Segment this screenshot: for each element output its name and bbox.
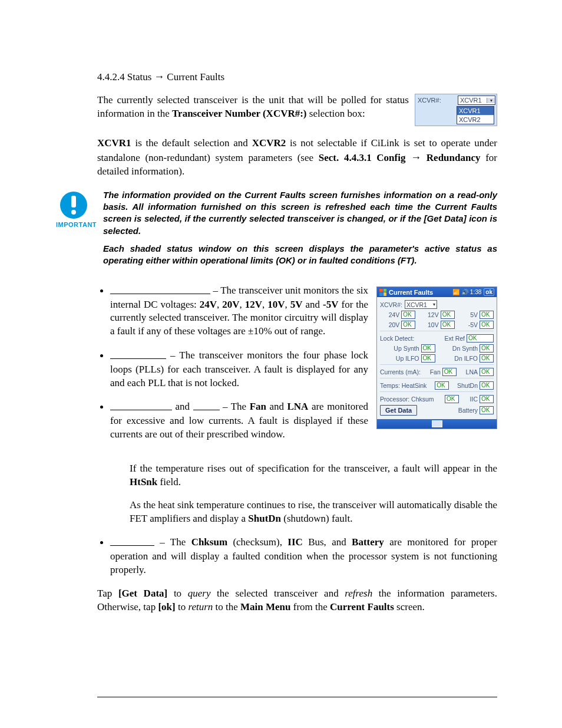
b1d: , — [217, 299, 222, 310]
extref-val: OK — [467, 334, 494, 342]
pda-tray: 📶 🔊 1:38 — [452, 289, 481, 295]
imp-p2d: (FT) — [398, 255, 414, 265]
fan-val: OK — [442, 368, 457, 376]
arrow-icon: → — [154, 71, 164, 83]
intro-paragraph: The currently selected transceiver is th… — [97, 94, 409, 121]
upsynth-val: OK — [421, 344, 435, 353]
arrow-icon: → — [411, 151, 421, 163]
pda-time: 1:38 — [470, 289, 481, 295]
b1e: 20V — [222, 299, 239, 310]
lock-detect-lbl: Lock Detect: — [380, 335, 414, 342]
shutdn-lbl: ShutDn — [457, 382, 478, 389]
bullet-voltages: – The transceiver unit monitors the six … — [110, 284, 368, 338]
volt-12v-lbl: 12V — [428, 311, 439, 318]
important-caption: IMPORTANT — [56, 221, 91, 228]
b1k: 5V — [290, 299, 303, 310]
tl-d: query — [188, 588, 211, 599]
tl-k: to the — [213, 601, 240, 612]
dropdown-option-2[interactable]: XCVR2 — [457, 116, 494, 124]
hs-a: If the temperature rises out of specific… — [130, 463, 497, 474]
signal-icon: 📶 — [452, 289, 459, 295]
pda-xcvr-value: XCVR1 — [406, 301, 433, 308]
pda-xcvr-label: XCVR#: — [380, 301, 402, 308]
volt-n5v-val: OK — [480, 321, 494, 329]
dropdown-options: XCVR1 XCVR2 — [457, 106, 494, 124]
tl-n: Current Faults — [330, 601, 394, 612]
imp-p2c: or in faulted conditions — [295, 255, 398, 265]
heatsink-val: OK — [435, 381, 449, 390]
extref-lbl: Ext Ref — [445, 335, 465, 342]
p2-t1: is the default selection and — [131, 137, 252, 149]
upilfo-val: OK — [421, 354, 435, 363]
tail-paragraph: Tap [Get Data] to query the selected tra… — [97, 587, 497, 614]
dropdown-value: XCVR1 — [458, 96, 487, 104]
volt-5v-lbl: 5V — [470, 311, 478, 318]
chevron-down-icon: ▾ — [487, 98, 495, 103]
heatsink-lbl: HeatSink — [402, 382, 427, 389]
imp-p1c: screen furnishes information on a — [306, 190, 457, 200]
b1c: 24V — [200, 299, 217, 310]
imp-p1d: read-only — [457, 190, 497, 200]
volt-24v-lbl: 24V — [389, 311, 400, 318]
b4f: Bus, and — [303, 537, 352, 548]
section-title-post: Current Faults — [167, 71, 224, 83]
tl-h: [ok] — [158, 601, 175, 612]
pda-bottombar — [377, 419, 497, 429]
xcvr2-strong: XCVR2 — [252, 137, 286, 149]
dnilfo-lbl: Dn ILFO — [454, 355, 478, 362]
b1g: 12V — [245, 299, 262, 310]
blank-underline — [110, 284, 210, 294]
pda-ok-button[interactable]: ok — [484, 288, 494, 296]
keyboard-icon[interactable] — [432, 420, 442, 427]
imp-p2b: (OK) — [276, 255, 295, 265]
tl-m: from the — [291, 601, 330, 612]
chksum-lbl: Chksum — [411, 396, 434, 403]
volt-n5v-lbl: -5V — [468, 321, 478, 328]
section-title-pre: Status — [127, 71, 152, 83]
important-text: The information provided on the Current … — [103, 189, 497, 273]
tl-l: Main Menu — [240, 601, 290, 612]
pda-xcvr-select[interactable]: XCVR1 ▾ — [405, 300, 437, 309]
b4c: Chksum — [191, 537, 227, 548]
b1i: 10V — [267, 299, 285, 310]
tl-j: return — [188, 601, 213, 612]
xcvr1-strong: XCVR1 — [97, 137, 131, 149]
sd-b: ShutDn — [248, 513, 281, 524]
bullet-list: – The transceiver unit monitors the six … — [97, 284, 368, 452]
volume-icon: 🔊 — [461, 289, 468, 295]
tl-b: [Get Data] — [118, 588, 167, 599]
fan-lbl: Fan — [430, 368, 441, 375]
intro-strong: Transceiver Number (XCVR#:) — [172, 108, 307, 119]
volt-20v-val: OK — [401, 321, 415, 329]
section-number: 4.4.2.4 — [97, 71, 125, 83]
volt-10v-lbl: 10V — [428, 321, 439, 328]
b1f: , — [240, 299, 245, 310]
tl-o: screen. — [394, 601, 425, 612]
tl-e: the selected transceiver and — [210, 588, 345, 599]
blank-underline — [193, 400, 220, 410]
bullet-currents: and – The Fan and LNA are monitored for … — [110, 400, 368, 441]
dropdown-option-1[interactable]: XCVR1 — [457, 107, 494, 116]
imp-p1a: The information provided on the — [103, 190, 244, 200]
chevron-down-icon: ▾ — [433, 302, 435, 307]
iic-val: OK — [480, 395, 494, 403]
imp-p1e: basis. All information furnished on this… — [103, 202, 435, 212]
dropdown-select[interactable]: XCVR1 ▾ — [458, 95, 495, 105]
volt-24v-val: OK — [401, 311, 415, 319]
volt-5v-val: OK — [480, 311, 494, 319]
tl-f: refresh — [345, 588, 372, 599]
redundancy-strong: Redundancy — [421, 152, 480, 163]
volt-10v-val: OK — [441, 321, 455, 329]
b1m: -5V — [323, 299, 338, 310]
get-data-button[interactable]: Get Data — [380, 405, 417, 416]
hs-b: HtSnk — [130, 476, 157, 487]
dropdown-label: XCVR#: — [416, 95, 455, 105]
b3f: and — [266, 401, 287, 413]
b4b: – The — [154, 537, 191, 548]
pda-title: Current Faults — [389, 289, 450, 296]
b1l: and — [303, 299, 323, 310]
sd-c: (shutdown) fault. — [281, 513, 352, 524]
b3e: Fan — [250, 401, 266, 413]
xcvr-dropdown-figure: XCVR#: XCVR1 ▾ XCVR1 XCVR2 — [415, 94, 497, 126]
battery-val: OK — [480, 406, 494, 414]
